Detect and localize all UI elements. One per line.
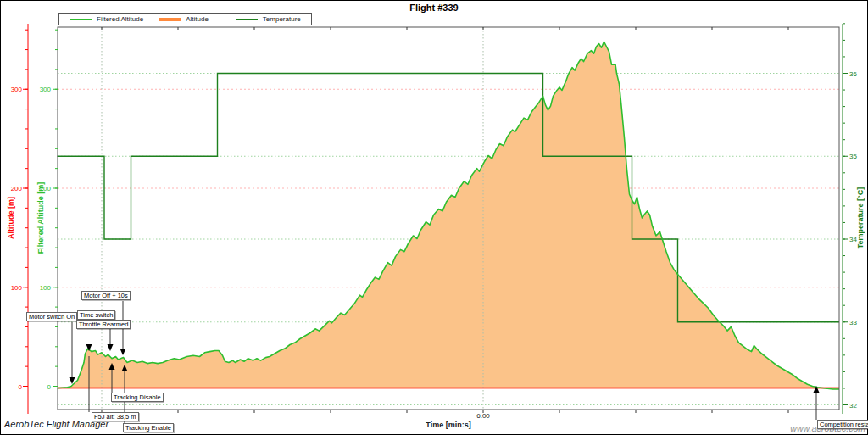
legend-item-altitude: Altitude xyxy=(159,15,209,23)
x-axis-tick-label: 6:00 xyxy=(476,412,490,420)
axis-title-filtered-altitude: Filtered Altitude [m] xyxy=(36,182,45,254)
altitude-tick-label: 100 xyxy=(11,284,23,292)
annotation-time-switch: Time switch xyxy=(77,310,115,320)
legend-label: Temperature xyxy=(263,15,301,23)
annotation-arrow xyxy=(120,349,126,355)
annotation-motor-off-10s: Motor Off + 10s xyxy=(81,291,131,300)
altitude-area xyxy=(58,42,840,389)
filtered-tick-label: 0 xyxy=(47,383,52,391)
annotation-tracking-enable: Tracking Enable xyxy=(123,423,174,432)
app-name-watermark: AerobTec Flight Manager xyxy=(4,419,108,429)
axis-title-altitude: Altitude [m] xyxy=(7,197,15,239)
temperature-tick-label: 36 xyxy=(849,70,857,78)
annotation-arrow xyxy=(108,344,114,351)
plot-area[interactable]: 6:00010020030001002003003233343536 xyxy=(0,0,868,435)
annotation-competition-restart: Competition restart xyxy=(817,420,868,429)
temperature-tick-label: 32 xyxy=(849,402,857,410)
filtered-tick-label: 100 xyxy=(40,284,52,292)
flight-chart-window: Flight #339 6:00010020030001002003003233… xyxy=(0,0,868,435)
temperature-tick-label: 35 xyxy=(849,153,857,160)
annotation-motor-switch-on: Motor switch On xyxy=(26,312,77,321)
legend-swatch xyxy=(159,18,181,21)
legend-item-temperature: Temperature xyxy=(236,15,301,23)
legend-swatch xyxy=(70,19,92,20)
axis-title-time: Time [min:s] xyxy=(426,421,470,429)
altitude-tick-label: 0 xyxy=(19,383,23,391)
annotation-tracking-disable: Tracking Disable xyxy=(111,393,164,402)
altitude-tick-label: 200 xyxy=(11,185,23,192)
filtered-tick-label: 300 xyxy=(40,86,52,93)
annotation-throttle-rearmed: Throttle Rearmed xyxy=(76,320,131,329)
axis-title-temperature: Temperature [°C] xyxy=(856,187,865,248)
legend-label: Filtered Altitude xyxy=(97,15,143,23)
legend-label: Altitude xyxy=(186,15,209,23)
altitude-tick-label: 300 xyxy=(11,86,23,93)
legend-item-filtered-altitude: Filtered Altitude xyxy=(70,15,143,23)
chart-legend: Filtered AltitudeAltitudeTemperature xyxy=(58,13,312,25)
temperature-tick-label: 33 xyxy=(849,319,857,326)
legend-swatch xyxy=(236,19,258,20)
